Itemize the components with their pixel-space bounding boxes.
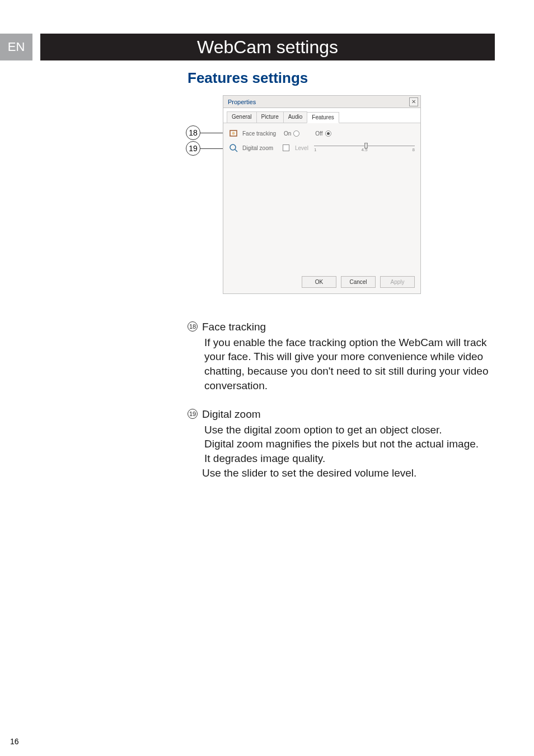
face-tracking-radio-group: On Off: [284, 130, 331, 137]
ok-button[interactable]: OK: [302, 276, 336, 288]
tab-audio[interactable]: Audio: [283, 111, 308, 123]
slider-thumb[interactable]: [364, 143, 368, 148]
digital-zoom-icon: [229, 143, 239, 152]
section-face-tracking: 18 Face tracking If you enable the face …: [188, 320, 496, 393]
level-label: Level: [295, 145, 312, 151]
page-title-bar: WebCam settings: [40, 34, 495, 60]
section-digital-zoom: 19 Digital zoom Use the digital zoom opt…: [188, 407, 496, 480]
callout-19: 19: [186, 141, 227, 156]
tick-min: 1: [314, 147, 316, 152]
cancel-button[interactable]: Cancel: [341, 276, 376, 288]
radio-off[interactable]: [325, 130, 331, 137]
properties-dialog: Properties ✕ General Picture Audio Featu…: [223, 95, 421, 294]
dialog-button-row: OK Cancel Apply: [223, 270, 420, 293]
svg-point-2: [230, 144, 236, 150]
section-title-digital-zoom: Digital zoom: [202, 407, 261, 422]
language-tab: EN: [0, 34, 32, 60]
tab-features[interactable]: Features: [307, 112, 339, 123]
callout-number-18: 18: [186, 125, 200, 140]
svg-line-3: [235, 150, 237, 152]
off-label: Off: [315, 130, 322, 137]
close-icon[interactable]: ✕: [409, 97, 418, 106]
section-title-face-tracking: Face tracking: [202, 320, 266, 334]
on-label: On: [284, 130, 291, 137]
digital-zoom-checkbox[interactable]: [283, 144, 289, 151]
dialog-body: Face tracking On Off Digital z: [223, 123, 420, 270]
page-number: 16: [10, 737, 19, 746]
face-tracking-row: Face tracking On Off: [229, 129, 415, 138]
tick-max: 8: [413, 147, 415, 152]
apply-button[interactable]: Apply: [380, 276, 415, 288]
tab-picture[interactable]: Picture: [256, 111, 284, 123]
face-tracking-icon: [229, 129, 239, 138]
section-para-dz-4: Use the slider to set the desired volume…: [188, 466, 496, 480]
digital-zoom-slider[interactable]: 1 4.5 8: [314, 143, 415, 152]
digital-zoom-label: Digital zoom: [242, 145, 282, 151]
callout-18: 18: [186, 125, 227, 140]
dialog-title: Properties: [228, 99, 256, 105]
tab-general[interactable]: General: [227, 111, 257, 123]
face-tracking-label: Face tracking: [242, 130, 282, 137]
section-para-face-tracking: If you enable the face tracking option t…: [188, 335, 496, 393]
tab-strip: General Picture Audio Features: [223, 108, 420, 123]
section-para-dz-3: It degrades image quality.: [188, 451, 496, 466]
svg-point-1: [232, 132, 235, 135]
dialog-titlebar: Properties ✕: [223, 96, 420, 108]
section-number-18: 18: [188, 321, 198, 332]
radio-on[interactable]: [293, 130, 299, 137]
properties-dialog-wrapper: Properties ✕ General Picture Audio Featu…: [223, 95, 421, 294]
section-para-dz-1: Use the digital zoom option to get an ob…: [188, 423, 496, 437]
section-number-19: 19: [188, 409, 198, 419]
section-para-dz-2: Digital zoom magnifies the pixels but no…: [188, 437, 496, 451]
callout-number-19: 19: [186, 141, 200, 156]
face-tracking-off-option[interactable]: Off: [315, 130, 331, 137]
face-tracking-on-option[interactable]: On: [284, 130, 299, 137]
subtitle: Features settings: [188, 69, 308, 87]
digital-zoom-row: Digital zoom Level 1 4.5 8: [229, 143, 415, 152]
